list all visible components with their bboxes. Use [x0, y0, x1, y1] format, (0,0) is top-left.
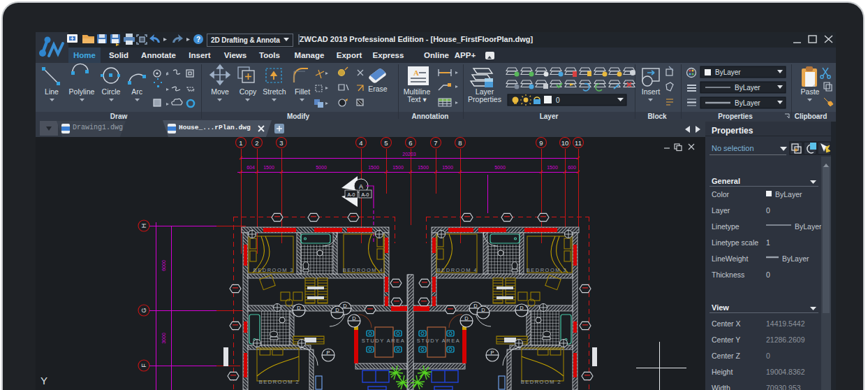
svg-text:9: 9 — [539, 139, 543, 147]
svg-text:604: 604 — [247, 165, 255, 170]
svg-text:10: 10 — [561, 139, 569, 147]
svg-text:H: H — [140, 224, 147, 229]
svg-text:?: ? — [196, 36, 200, 43]
svg-text:STUDY AREA: STUDY AREA — [362, 338, 405, 344]
svg-text:G: G — [140, 308, 147, 312]
svg-text:BEDROOM 2: BEDROOM 2 — [259, 379, 300, 385]
svg-text:A-0: A-0 — [362, 192, 369, 197]
svg-text:3000: 3000 — [161, 333, 166, 344]
svg-text:600: 600 — [568, 165, 576, 170]
svg-text:D: D — [297, 305, 301, 311]
svg-text:A: A — [359, 183, 363, 190]
svg-text:1500: 1500 — [442, 165, 453, 170]
svg-text:20203: 20203 — [402, 152, 416, 157]
svg-text:6: 6 — [409, 139, 412, 147]
svg-text:3: 3 — [279, 139, 283, 147]
svg-text:BEDROOM 3: BEDROOM 3 — [527, 267, 568, 273]
svg-text:ByLayer: ByLayer — [715, 68, 741, 76]
svg-text:F: F — [140, 363, 147, 368]
svg-text:7: 7 — [434, 139, 437, 147]
svg-text:1500: 1500 — [392, 165, 404, 170]
svg-text:ByLayer: ByLayer — [735, 99, 760, 107]
svg-text:1500: 1500 — [368, 165, 379, 170]
svg-text:2: 2 — [255, 139, 258, 147]
svg-text:BEDROOM 4: BEDROOM 4 — [343, 267, 384, 273]
svg-text:ByLayer: ByLayer — [735, 84, 760, 92]
svg-text:D: D — [352, 315, 356, 322]
svg-text:1500: 1500 — [547, 165, 558, 170]
svg-text:5000: 5000 — [494, 165, 506, 170]
svg-text:A: A — [413, 68, 419, 77]
svg-text:11: 11 — [575, 139, 582, 147]
svg-text:1500: 1500 — [263, 165, 274, 170]
svg-text:1500: 1500 — [418, 165, 429, 170]
svg-text:D: D — [481, 307, 485, 313]
svg-text:D: D — [473, 303, 478, 309]
svg-text:1: 1 — [239, 139, 242, 147]
svg-text:D: D — [464, 315, 469, 322]
svg-text:BEDROOM 3: BEDROOM 3 — [253, 267, 295, 273]
svg-text:P: P — [326, 349, 330, 356]
svg-text:D: D — [520, 305, 524, 311]
svg-text:STUDY AREA: STUDY AREA — [417, 338, 460, 344]
svg-text:P: P — [490, 349, 494, 356]
svg-text:4: 4 — [359, 139, 362, 147]
svg-text:6000: 6000 — [161, 260, 166, 271]
svg-text:D: D — [335, 307, 339, 313]
svg-text:5000: 5000 — [316, 165, 327, 170]
svg-text:5: 5 — [384, 139, 388, 147]
svg-text:BEDROOM 4: BEDROOM 4 — [437, 267, 478, 273]
svg-text:0: 0 — [556, 96, 560, 104]
svg-text:D: D — [343, 303, 347, 309]
svg-text:8: 8 — [458, 139, 462, 147]
svg-text:A-0: A-0 — [348, 192, 355, 197]
svg-text:Y: Y — [41, 375, 47, 387]
svg-text:BEDROOM 2: BEDROOM 2 — [521, 379, 562, 385]
